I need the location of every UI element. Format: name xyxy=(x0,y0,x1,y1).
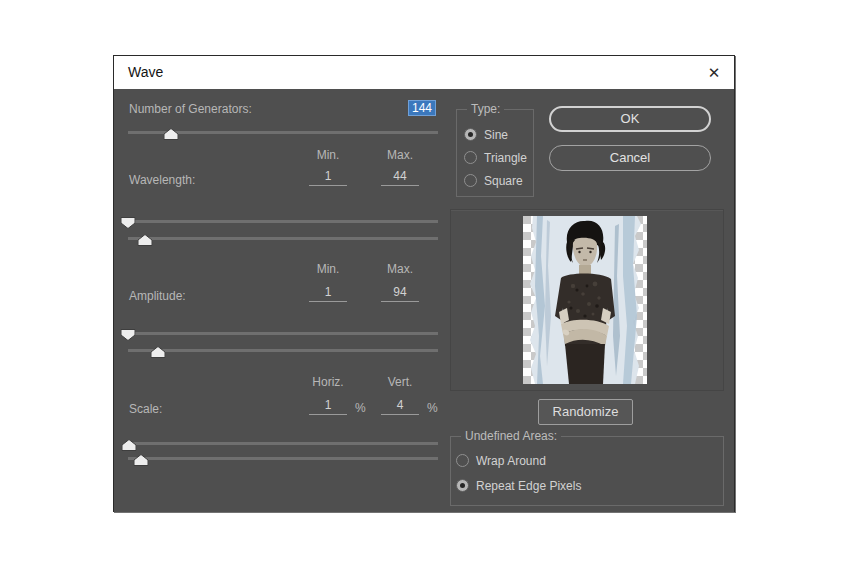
amplitude-max-header: Max. xyxy=(381,262,419,276)
generators-value-field[interactable]: 144 xyxy=(408,100,436,116)
amplitude-max-slider[interactable] xyxy=(128,343,438,357)
dialog-body: Number of Generators: 144 Min. Max. Wave… xyxy=(114,89,734,512)
amplitude-label: Amplitude: xyxy=(129,289,186,303)
slider-thumb[interactable] xyxy=(121,215,136,227)
ok-button[interactable]: OK xyxy=(549,106,711,132)
radio-square[interactable] xyxy=(464,174,477,187)
undefined-areas-groupbox: Undefined Areas: Wrap Around Repeat Edge… xyxy=(450,436,724,506)
scale-horiz-header: Horiz. xyxy=(309,375,347,389)
radio-triangle-label: Triangle xyxy=(484,151,527,165)
wave-dialog: Wave ✕ Number of Generators: 144 Min. Ma… xyxy=(113,55,735,512)
undefined-areas-label: Undefined Areas: xyxy=(461,429,561,443)
wavelength-max-header: Max. xyxy=(381,148,419,162)
scale-horiz-unit: % xyxy=(355,401,366,415)
amplitude-min-slider[interactable] xyxy=(128,326,438,340)
wavelength-min-slider[interactable] xyxy=(128,214,438,228)
radio-sine[interactable] xyxy=(464,128,477,141)
wavelength-max-slider[interactable] xyxy=(128,231,438,245)
scale-vert-field[interactable]: 4 xyxy=(381,398,419,415)
wavelength-label: Wavelength: xyxy=(129,173,195,187)
preview-image xyxy=(523,216,647,384)
slider-track[interactable] xyxy=(128,220,438,223)
randomize-button[interactable]: Randomize xyxy=(538,399,633,425)
preview-panel xyxy=(450,209,724,391)
slider-track[interactable] xyxy=(128,349,438,352)
type-option-sine[interactable]: Sine xyxy=(464,128,534,142)
wavelength-min-header: Min. xyxy=(309,148,347,162)
slider-thumb[interactable] xyxy=(121,327,136,339)
radio-wrap-around[interactable] xyxy=(456,454,469,467)
amplitude-min-header: Min. xyxy=(309,262,347,276)
slider-thumb[interactable] xyxy=(134,452,149,464)
cancel-button[interactable]: Cancel xyxy=(549,145,711,171)
radio-square-label: Square xyxy=(484,174,523,188)
slider-thumb[interactable] xyxy=(138,232,153,244)
radio-repeat-edge-pixels[interactable] xyxy=(456,479,469,492)
option-repeat-edge-pixels[interactable]: Repeat Edge Pixels xyxy=(456,479,716,493)
option-wrap-around[interactable]: Wrap Around xyxy=(456,454,716,468)
slider-track[interactable] xyxy=(128,442,438,445)
amplitude-max-field[interactable]: 94 xyxy=(381,285,419,302)
slider-track[interactable] xyxy=(128,237,438,240)
generators-slider[interactable] xyxy=(128,125,438,139)
radio-wrap-around-label: Wrap Around xyxy=(476,454,546,468)
amplitude-min-field[interactable]: 1 xyxy=(309,285,347,302)
slider-thumb[interactable] xyxy=(151,344,166,356)
slider-thumb[interactable] xyxy=(121,437,136,449)
slider-track[interactable] xyxy=(128,332,438,335)
type-option-square[interactable]: Square xyxy=(464,174,534,188)
close-icon[interactable]: ✕ xyxy=(700,56,728,89)
radio-sine-label: Sine xyxy=(484,128,508,142)
scale-vert-unit: % xyxy=(427,401,438,415)
dialog-titlebar[interactable]: Wave ✕ xyxy=(114,56,734,89)
radio-repeat-edge-pixels-label: Repeat Edge Pixels xyxy=(476,479,581,493)
scale-vert-header: Vert. xyxy=(381,375,419,389)
type-option-triangle[interactable]: Triangle xyxy=(464,151,534,165)
wavelength-max-field[interactable]: 44 xyxy=(381,169,419,186)
page-background: Wave ✕ Number of Generators: 144 Min. Ma… xyxy=(0,0,850,570)
dialog-title: Wave xyxy=(128,56,163,89)
type-group-label: Type: xyxy=(467,102,504,116)
scale-horiz-slider[interactable] xyxy=(128,436,438,450)
slider-track[interactable] xyxy=(128,457,438,460)
wavelength-min-field[interactable]: 1 xyxy=(309,169,347,186)
scale-vert-slider[interactable] xyxy=(128,451,438,465)
generators-label: Number of Generators: xyxy=(129,102,252,116)
slider-thumb[interactable] xyxy=(164,126,179,138)
scale-horiz-field[interactable]: 1 xyxy=(309,398,347,415)
radio-triangle[interactable] xyxy=(464,151,477,164)
type-groupbox: Type: Sine Triangle Square xyxy=(456,109,534,197)
scale-label: Scale: xyxy=(129,402,162,416)
